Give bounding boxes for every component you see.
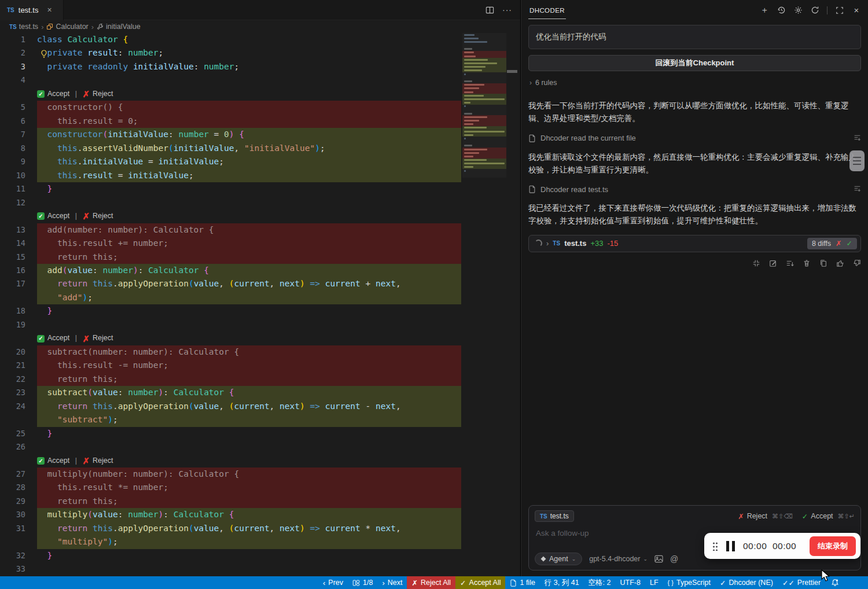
pause-icon[interactable] bbox=[726, 541, 735, 551]
message-actions bbox=[528, 259, 861, 267]
line-number: 10 bbox=[0, 169, 25, 182]
reject-diff-button[interactable]: ✗Reject bbox=[82, 332, 113, 345]
edit-icon[interactable] bbox=[769, 259, 777, 267]
expand-panel-icon[interactable] bbox=[835, 6, 844, 15]
next-diff-button[interactable]: ›Next bbox=[377, 576, 407, 589]
assistant-message: 我已经看过文件了，接下来直接帮你做一次代码级优化：把重复的运算逻辑抽出来，增加非… bbox=[528, 202, 861, 228]
breadcrumb-symbol[interactable]: Calculator bbox=[46, 23, 88, 31]
thumbs-up-icon[interactable] bbox=[836, 259, 844, 267]
notifications-bell-icon[interactable] bbox=[826, 576, 844, 589]
chevron-right-icon[interactable]: › bbox=[546, 239, 549, 248]
accept-diffs-icon[interactable]: ✓ bbox=[847, 239, 852, 248]
close-panel-icon[interactable]: × bbox=[852, 6, 861, 15]
code-line: 19 bbox=[0, 318, 461, 332]
file-diff-card[interactable]: › TS test.ts +33 -15 8 diffs ✗ ✓ bbox=[528, 235, 861, 252]
rollback-checkpoint-button[interactable]: 回滚到当前Checkpoint bbox=[528, 55, 861, 71]
indentation[interactable]: 空格: 2 bbox=[584, 576, 616, 589]
cursor-position[interactable]: 行 3, 列 41 bbox=[540, 576, 584, 589]
reject-diff-button[interactable]: ✗Reject bbox=[82, 454, 113, 467]
mention-icon[interactable]: @ bbox=[670, 554, 678, 564]
tool-call-row[interactable]: Dhcoder read the current file bbox=[528, 134, 861, 143]
minimap[interactable] bbox=[462, 33, 506, 176]
reject-x-icon: ✗ bbox=[82, 90, 90, 98]
context-file-chip[interactable]: TS test.ts bbox=[535, 510, 574, 522]
line-number: 17 bbox=[0, 277, 25, 290]
scrollbar-thumb[interactable] bbox=[507, 70, 517, 73]
language-mode[interactable]: { }TypeScript bbox=[663, 576, 715, 589]
breadcrumb-member[interactable]: initialValue bbox=[97, 23, 141, 31]
accept-diff-button[interactable]: ✓Accept bbox=[37, 209, 69, 223]
copy-icon[interactable] bbox=[819, 259, 827, 267]
lines-added: +33 bbox=[590, 239, 603, 248]
accept-check-icon: ✓ bbox=[37, 335, 45, 343]
panel-scroll-handle[interactable] bbox=[849, 150, 865, 171]
history-icon[interactable] bbox=[777, 6, 786, 15]
reject-diff-button[interactable]: ✗Reject bbox=[82, 87, 113, 101]
close-tab-icon[interactable]: × bbox=[47, 5, 52, 14]
code-line: 18 } bbox=[0, 304, 461, 318]
code-line: 16 add(value: number): Calculator { bbox=[0, 264, 461, 277]
braces-icon: { } bbox=[668, 579, 674, 586]
thumbs-down-icon[interactable] bbox=[853, 259, 861, 267]
diff-page-indicator[interactable]: 1/8 bbox=[348, 576, 377, 589]
accept-diff-button[interactable]: ✓Accept bbox=[37, 454, 69, 467]
more-actions-icon[interactable]: ··· bbox=[502, 5, 512, 14]
tool-call-row[interactable]: Dhcoder read test.ts bbox=[528, 185, 861, 194]
recording-time: 00:00 00:00 bbox=[743, 541, 796, 551]
settings-gear-icon[interactable] bbox=[793, 6, 803, 15]
dhcoder-status[interactable]: ✓Dhcoder (NE) bbox=[715, 576, 778, 589]
line-number bbox=[0, 413, 25, 426]
list-export-icon[interactable] bbox=[786, 259, 794, 267]
code-line: 4 bbox=[0, 73, 461, 87]
eol-sequence[interactable]: LF bbox=[645, 576, 663, 589]
code-line: 21 this.result -= number; bbox=[0, 359, 461, 372]
files-changed-indicator[interactable]: 1 file bbox=[505, 576, 539, 589]
drag-handle-icon[interactable] bbox=[712, 542, 718, 551]
shortcut-hint: ⌘⇧⌫ bbox=[772, 513, 793, 520]
attach-image-icon[interactable] bbox=[654, 555, 663, 563]
line-number: 24 bbox=[0, 400, 25, 413]
accept-all-button[interactable]: ✓Accept All bbox=[455, 576, 505, 589]
code-line: 13 add(number: number): Calculator { bbox=[0, 223, 461, 237]
model-selector[interactable]: gpt-5.4-dhcoder ⌄ bbox=[589, 555, 648, 563]
code-line: 26 bbox=[0, 440, 461, 454]
line-number bbox=[0, 454, 25, 467]
dhcoder-panel: DHCODER ＋ × 优化当前打开的代码 bbox=[521, 0, 868, 576]
panel-tab-dhcoder[interactable]: DHCODER bbox=[528, 2, 566, 19]
stop-recording-button[interactable]: 结束录制 bbox=[810, 536, 856, 556]
reject-diff-button[interactable]: ✗Reject bbox=[82, 209, 113, 223]
code-editor[interactable]: 1class Calculator {2 private result: num… bbox=[0, 33, 520, 576]
collapse-icon[interactable] bbox=[752, 259, 760, 267]
encoding[interactable]: UTF-8 bbox=[616, 576, 645, 589]
tab-title: test.ts bbox=[19, 6, 39, 14]
assistant-message: 我先重新读取这个文件的最新内容，然后直接做一轮重构优化：主要会减少重复逻辑、补充… bbox=[528, 151, 861, 177]
split-editor-icon[interactable] bbox=[485, 5, 494, 14]
insert-output-icon[interactable] bbox=[854, 185, 861, 194]
reject-all-button[interactable]: ✗ Reject ⌘⇧⌫ bbox=[738, 512, 793, 521]
reject-x-icon: ✗ bbox=[82, 335, 90, 343]
code-line: 3 private readonly initialValue: number; bbox=[0, 60, 461, 73]
breadcrumb-file[interactable]: TS test.ts bbox=[9, 23, 38, 31]
code-line: 20 subtract(number: number): Calculator … bbox=[0, 345, 461, 359]
delete-icon[interactable] bbox=[803, 259, 811, 267]
reject-diffs-icon[interactable]: ✗ bbox=[836, 239, 841, 248]
line-number: 29 bbox=[0, 495, 25, 508]
accept-all-button[interactable]: ✓ Accept ⌘⇧↵ bbox=[802, 512, 855, 521]
line-number: 15 bbox=[0, 251, 25, 264]
line-number: 23 bbox=[0, 386, 25, 399]
app-window: TS test.ts × ··· TS test.ts › Calculator… bbox=[0, 0, 868, 576]
prev-diff-button[interactable]: ‹Prev bbox=[318, 576, 348, 589]
reject-all-button[interactable]: ✗Reject All bbox=[407, 576, 455, 589]
chevron-left-icon: ‹ bbox=[323, 579, 325, 587]
mode-selector[interactable]: Agent ⌄ bbox=[535, 553, 582, 565]
accept-diff-button[interactable]: ✓Accept bbox=[37, 87, 69, 101]
tab-test-ts[interactable]: TS test.ts × bbox=[0, 0, 64, 20]
rules-toggle[interactable]: › 6 rules bbox=[528, 71, 861, 91]
insert-output-icon[interactable] bbox=[854, 134, 861, 143]
prettier-status[interactable]: ✓✓Prettier bbox=[778, 576, 825, 589]
check-icon: ✓ bbox=[720, 579, 726, 587]
refresh-icon[interactable] bbox=[810, 6, 819, 15]
new-chat-icon[interactable]: ＋ bbox=[760, 6, 769, 15]
accept-diff-button[interactable]: ✓Accept bbox=[37, 332, 69, 345]
line-number: 2 bbox=[0, 46, 25, 60]
